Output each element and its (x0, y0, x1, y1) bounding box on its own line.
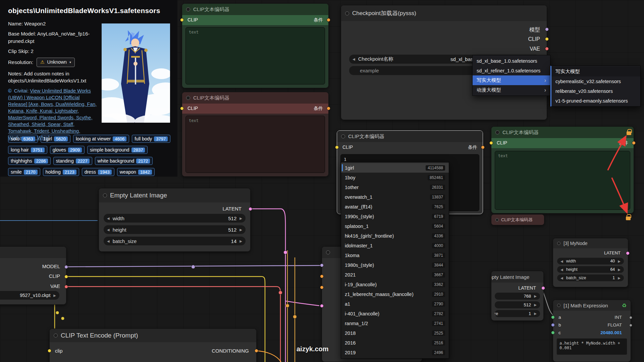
lock-icon[interactable] (627, 131, 631, 135)
output-slot-conditioning[interactable] (255, 349, 258, 353)
tag-pill[interactable]: looking at viewer 4606 (73, 135, 129, 143)
tag-pill[interactable]: gloves 2909 (50, 146, 85, 154)
decrement-arrow[interactable]: ◀ (107, 217, 110, 220)
autocomplete-suggestion[interactable]: avatar_(ff14) 7625 (341, 202, 449, 212)
number-widget[interactable]: ◀ height 512 ▶ (104, 225, 246, 234)
clip-encoder-green-node[interactable]: CLIP文本编码器 CLIP 条件 text (182, 3, 329, 88)
output-slot-vae[interactable] (545, 47, 549, 51)
input-slot-clip[interactable] (48, 349, 51, 353)
tag-pill[interactable]: dress 1943 (82, 168, 114, 176)
output-slot-latent[interactable] (626, 251, 630, 255)
number-widget[interactable]: ◀ width 40 ▶ (557, 258, 624, 264)
node-titlebar[interactable]: CLIP文本编码器 (337, 131, 483, 142)
autocomplete-suggestion[interactable]: 1koma 3871 (341, 250, 449, 260)
input-slot[interactable] (551, 315, 555, 319)
menu-item[interactable]: sd_xl_refiner_1.0.safetensors (473, 66, 550, 75)
prompt-textarea[interactable]: text (495, 151, 630, 210)
node-titlebar[interactable]: CLIP Text Encode (Prompt) (50, 329, 256, 342)
collapse-dot[interactable] (495, 130, 499, 134)
tag-pill[interactable]: white background 2172 (95, 157, 153, 165)
collapse-dot[interactable] (186, 7, 190, 11)
number-widget[interactable]: ◀ height 64 ▶ (557, 266, 624, 273)
input-slot-clip[interactable] (180, 18, 184, 22)
increment-arrow[interactable]: ▶ (239, 217, 242, 220)
decrement-arrow[interactable]: ◀ (560, 268, 563, 272)
reroute-dot[interactable] (61, 317, 64, 320)
autocomplete-suggestion[interactable]: 1990s_(style) 6719 (341, 212, 449, 221)
tag-pill[interactable]: long hair 3751 (8, 146, 47, 154)
node-titlebar[interactable]: Empty Latent Image (99, 188, 250, 202)
next-arrow[interactable]: ▶ (53, 294, 56, 297)
autocomplete-suggestion[interactable]: 2019 2496 (341, 348, 449, 357)
input-slot-clip[interactable] (335, 145, 339, 149)
autocomplete-suggestion[interactable]: ranma_1/2 2741 (341, 318, 449, 328)
number-widget[interactable]: ◀ batch_size 14 ▶ (104, 237, 246, 245)
node-titlebar[interactable]: [1] Math Expression ♻ (553, 300, 631, 311)
tag-pill[interactable]: solo 6363 (8, 135, 38, 143)
mynode[interactable]: [3] MyNode LATENT ◀ width 40 ▶ ◀ height … (553, 238, 628, 287)
autocomplete-suggestion[interactable]: i-401_(kancolle) 2782 (341, 309, 449, 318)
tag-pill[interactable]: thighhighs 2286 (8, 157, 51, 165)
node-titlebar[interactable]: [3] MyNode (553, 238, 628, 248)
output-slot-model[interactable] (545, 27, 549, 31)
checkpoint-node-small[interactable]: MODEL CLIP VAE 9527_v10.ckpt ▶ (0, 246, 66, 305)
increment-arrow[interactable]: ▶ (618, 268, 621, 272)
input-slot[interactable] (551, 331, 555, 335)
expression-textarea[interactable]: a.height * MyNode.width + 0.001 (556, 338, 627, 355)
autocomplete-suggestion[interactable]: hk416_(girls'_frontline) 4336 (341, 231, 449, 241)
node-titlebar[interactable]: CLIP文本编码器 (182, 92, 328, 104)
output-slot[interactable] (629, 324, 632, 327)
empty-latent-partial-node[interactable]: Empty Latent Image LATENT width 768 ▶ he… (491, 271, 544, 321)
output-slot-clip[interactable] (545, 37, 549, 41)
number-widget[interactable]: ◀ width 512 ▶ (104, 214, 246, 223)
number-widget[interactable]: width 768 ▶ (495, 293, 540, 300)
input-slot-positive[interactable] (320, 275, 324, 278)
node-titlebar[interactable] (0, 247, 66, 258)
increment-arrow[interactable]: ▶ (618, 259, 621, 263)
number-widget[interactable]: ◀ batch_size 1 ▶ (557, 275, 624, 281)
decrement-arrow[interactable]: ◀ (107, 239, 110, 243)
autocomplete-suggestion[interactable]: splatoon_1 5604 (341, 221, 449, 231)
input-slot-model[interactable] (320, 263, 324, 267)
increment-arrow[interactable]: ▶ (618, 276, 621, 280)
autocomplete-suggestion[interactable]: a1 2790 (341, 299, 449, 309)
node-titlebar[interactable]: Checkpoint加载器(pysss) (341, 5, 547, 21)
input-slot[interactable] (551, 323, 555, 327)
collapse-dot[interactable] (186, 96, 190, 100)
autocomplete-suggestion[interactable]: 1980s_(style) 3844 (341, 260, 449, 270)
empty-latent-node[interactable]: Empty Latent Image LATENT ◀ width 512 ▶ … (99, 188, 251, 252)
collapse-dot[interactable] (495, 218, 499, 222)
reroute-dot[interactable] (286, 304, 289, 308)
increment-arrow[interactable]: ▶ (534, 312, 537, 315)
autocomplete-suggestion[interactable]: idolmaster_1 4000 (341, 241, 449, 250)
tag-pill[interactable]: smile 2170 (8, 168, 40, 176)
prompt-textarea[interactable]: text (185, 27, 325, 84)
math-expression-node[interactable]: [1] Math Expression ♻ a INT b FLOAT (553, 300, 631, 362)
output-slot-vae[interactable] (64, 285, 68, 289)
output-slot-clip[interactable] (64, 275, 68, 279)
clip-encoder-red-node[interactable]: CLIP文本编码器 CLIP 条件 text (182, 92, 329, 177)
autocomplete-suggestion[interactable]: 2018 2525 (341, 328, 449, 338)
number-widget[interactable]: height 512 ▶ (495, 301, 540, 308)
reroute-dot[interactable] (192, 265, 195, 269)
ckpt-name-widget[interactable]: 9527_v10.ckpt ▶ (0, 291, 59, 300)
resolution-dropdown[interactable]: ⚠ Unknown ▾ (37, 58, 75, 67)
collapse-dot[interactable] (341, 134, 345, 138)
menu-item[interactable]: cyberrealistic_v32.safetensors (551, 76, 640, 86)
node-titlebar[interactable]: Empty Latent Image (491, 271, 543, 283)
menu-item[interactable]: v1-5-pruned-emaonly.safetensors (551, 96, 640, 106)
tag-pill[interactable]: holding 2123 (43, 168, 79, 176)
input-slot-clip[interactable] (489, 141, 493, 145)
decrement-arrow[interactable]: ◀ (560, 259, 563, 263)
increment-arrow[interactable]: ▶ (534, 303, 537, 307)
output-slot-conditioning[interactable] (632, 141, 636, 145)
comfyui-canvas[interactable]: MODEL CLIP VAE 9527_v10.ckpt ▶ Empty Lat… (0, 0, 644, 362)
collapse-dot[interactable] (557, 304, 560, 307)
reroute-dot[interactable] (56, 311, 59, 314)
menu-item[interactable]: 动漫大模型 (473, 85, 550, 95)
lock-icon[interactable] (626, 217, 631, 220)
clip-encoder-collapsed-node[interactable]: CLIP文本编码器 (491, 214, 544, 225)
collapse-dot[interactable] (345, 11, 349, 15)
tag-pill[interactable]: 1girl 5620 (41, 135, 70, 143)
reroute-dot[interactable] (284, 251, 287, 254)
